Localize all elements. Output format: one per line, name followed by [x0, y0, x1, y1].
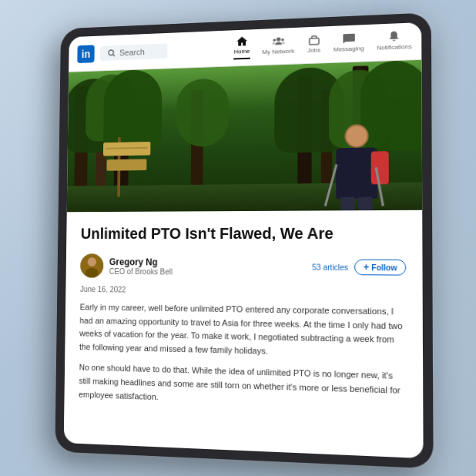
author-details: Gregory Ng CEO of Brooks Bell — [109, 256, 173, 276]
messaging-icon — [341, 33, 355, 45]
foliage-3 — [103, 69, 162, 153]
hiker-backpack — [371, 151, 389, 184]
follow-button[interactable]: + Follow — [354, 260, 406, 276]
svg-point-2 — [277, 37, 280, 41]
nav-item-jobs-label: Jobs — [307, 46, 320, 54]
jobs-icon — [307, 34, 320, 45]
svg-point-3 — [273, 39, 276, 42]
nav-item-home[interactable]: Home — [233, 35, 250, 59]
nav-item-network[interactable]: My Network — [262, 35, 294, 59]
hero-image — [67, 60, 422, 212]
nav-item-notifications[interactable]: Notifications — [377, 31, 412, 55]
sign-board-top — [103, 142, 150, 156]
tablet-screen: in Search Home — [64, 22, 424, 458]
nav-item-messaging[interactable]: Messaging — [334, 32, 364, 56]
follow-plus-icon: + — [364, 263, 369, 272]
nav-items: Home My Network — [233, 29, 411, 60]
author-avatar[interactable] — [80, 253, 103, 277]
follow-label: Follow — [371, 263, 397, 272]
articles-badge: 53 articles — [312, 263, 348, 272]
nav-item-jobs[interactable]: Jobs — [307, 34, 320, 57]
search-icon — [107, 48, 116, 57]
svg-point-0 — [109, 49, 113, 55]
article-title: Unlimited PTO Isn't Flawed, We Are — [81, 223, 406, 243]
article-paragraph-1: Early in my career, well before unlimite… — [79, 301, 407, 362]
article-paragraph-2: No one should have to do that. While the… — [79, 361, 407, 412]
sign-board-bottom — [106, 159, 146, 170]
foliage-7 — [360, 60, 422, 152]
linkedin-logo[interactable]: in — [77, 45, 94, 63]
svg-point-4 — [281, 39, 284, 42]
nav-spacer — [173, 49, 228, 51]
nav-item-notifications-label: Notifications — [377, 43, 412, 52]
author-name[interactable]: Gregory Ng — [109, 256, 173, 267]
nav-item-messaging-label: Messaging — [334, 45, 364, 53]
article-body: Unlimited PTO Isn't Flawed, We Are — [64, 210, 423, 434]
svg-line-1 — [113, 54, 115, 56]
articles-follow-row: 53 articles + Follow — [312, 259, 406, 275]
nav-item-home-label: Home — [233, 48, 250, 55]
article-date: June 16, 2022 — [80, 285, 406, 297]
search-placeholder: Search — [119, 47, 145, 57]
network-icon — [271, 35, 285, 47]
search-bar[interactable]: Search — [100, 43, 168, 61]
svg-rect-5 — [309, 39, 318, 45]
notifications-icon — [387, 31, 401, 42]
tablet-device: in Search Home — [55, 12, 433, 468]
author-row: Gregory Ng CEO of Brooks Bell 53 article… — [80, 253, 406, 280]
content-area: Unlimited PTO Isn't Flawed, We Are — [64, 60, 424, 458]
author-info: Gregory Ng CEO of Brooks Bell — [80, 253, 173, 278]
foliage-4 — [176, 78, 229, 147]
home-icon — [235, 35, 249, 46]
hiker-legs — [340, 197, 373, 213]
hiker-body — [336, 147, 377, 199]
nav-item-network-label: My Network — [262, 48, 294, 55]
author-role: CEO of Brooks Bell — [109, 267, 173, 276]
hiker-figure — [336, 147, 377, 199]
